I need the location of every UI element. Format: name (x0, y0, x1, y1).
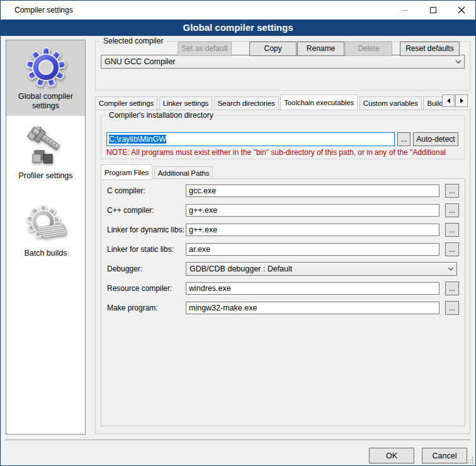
selected-compiler-group-label: Selected compiler (101, 37, 166, 45)
sidebar-item-label: Profiler settings (6, 170, 85, 186)
sidebar-item-batch-builds[interactable]: Batch builds (6, 197, 85, 263)
tab-scroll-right-button[interactable] (455, 94, 468, 107)
install-dir-selected-text: C:\raylib\MinGW (109, 135, 166, 144)
make-program-label: Make program: (107, 301, 158, 315)
close-icon (458, 6, 465, 14)
tab-search-directories[interactable]: Search directories (214, 96, 279, 110)
rename-button[interactable]: Rename (297, 42, 344, 56)
resize-grip[interactable] (467, 457, 473, 463)
minimize-button[interactable] (390, 1, 419, 20)
resource-compiler-label: Resource compiler: (107, 281, 172, 295)
auto-detect-button[interactable]: Auto-detect (413, 132, 458, 146)
resource-compiler-browse-button[interactable]: ... (445, 281, 459, 295)
blue-gear-icon (6, 44, 85, 91)
resource-compiler-row: Resource compiler: ... (101, 281, 465, 295)
cpp-compiler-input[interactable] (186, 204, 439, 217)
tab-program-files[interactable]: Program Files (101, 164, 152, 180)
sidebar-item-label: Batch builds (6, 247, 85, 263)
static-linker-browse-button[interactable]: ... (445, 242, 459, 256)
cpp-compiler-browse-button[interactable]: ... (445, 203, 459, 217)
chevron-down-icon (445, 267, 456, 271)
toolchain-executables-page: Compiler's installation directory C:\ray… (95, 110, 470, 434)
chevron-down-icon (453, 60, 464, 64)
delete-button: Delete (345, 42, 392, 56)
make-program-browse-button[interactable]: ... (445, 301, 459, 315)
debugger-select-value: GDB/CDB debugger : Default (186, 264, 445, 273)
selected-compiler-group: Selected compiler GNU GCC Compiler Set a… (95, 41, 470, 91)
bin-subdirectory-note: NOTE: All programs must exist either in … (106, 148, 463, 157)
make-program-input[interactable] (186, 302, 439, 314)
compiler-select-value: GNU GCC Compiler (101, 57, 453, 66)
tab-compiler-settings[interactable]: Compiler settings (95, 96, 157, 110)
title-bar: Compiler settings (1, 1, 475, 20)
tab-scroll-controls (441, 94, 468, 107)
copy-button[interactable]: Copy (249, 42, 297, 56)
tab-scroll-left-button[interactable] (442, 94, 455, 107)
footer-divider (6, 440, 470, 440)
maximize-icon (430, 7, 436, 13)
minimize-icon (402, 10, 408, 11)
debugger-label: Debugger: (107, 262, 142, 276)
cpp-compiler-label: C++ compiler: (107, 203, 154, 217)
window-title: Compiler settings (14, 6, 73, 14)
installation-directory-group-label: Compiler's installation directory (106, 111, 216, 120)
dynamic-linker-input[interactable] (186, 224, 439, 236)
static-linker-label: Linker for static libs: (107, 242, 174, 256)
tab-custom-variables[interactable]: Custom variables (360, 96, 422, 110)
cpp-compiler-row: C++ compiler: ... (101, 203, 465, 217)
tab-scroll-left-icon (447, 98, 450, 103)
debugger-select[interactable]: GDB/CDB debugger : Default (186, 262, 457, 276)
sidebar-item-profiler-settings[interactable]: Profiler settings (6, 120, 85, 186)
program-files-page: C compiler: ... C++ compiler: ... Linker… (101, 178, 465, 426)
dynamic-linker-row: Linker for dynamic libs: ... (101, 223, 465, 237)
page-title-banner: Global compiler settings (1, 20, 475, 36)
gray-gear-stack-icon (6, 201, 85, 247)
sidebar-item-global-compiler-settings[interactable]: Global compiler settings (6, 40, 85, 116)
reset-defaults-button[interactable]: Reset defaults (400, 42, 460, 56)
install-dir-input[interactable]: C:\raylib\MinGW (106, 132, 395, 146)
resource-compiler-input[interactable] (186, 282, 439, 295)
window-controls (390, 1, 475, 20)
static-linker-row: Linker for static libs: ... (101, 242, 465, 256)
caliper-icon (6, 123, 85, 170)
tab-linker-settings[interactable]: Linker settings (159, 96, 213, 110)
dynamic-linker-label: Linker for dynamic libs: (107, 223, 184, 237)
tab-build-options[interactable]: Build options (423, 96, 442, 110)
ok-button[interactable]: OK (369, 448, 414, 463)
compiler-settings-dialog: Compiler settings Global compiler settin… (0, 0, 476, 466)
cancel-button[interactable]: Cancel (422, 448, 467, 463)
close-button[interactable] (447, 1, 475, 20)
installation-directory-group: Compiler's installation directory C:\ray… (101, 115, 465, 159)
c-compiler-label: C compiler: (107, 184, 145, 198)
debugger-row: Debugger: GDB/CDB debugger : Default (101, 262, 465, 276)
c-compiler-row: C compiler: ... (101, 184, 465, 198)
settings-category-list: Global compiler settings (6, 40, 86, 435)
compiler-select[interactable]: GNU GCC Compiler (101, 55, 465, 69)
c-compiler-input[interactable] (186, 185, 439, 197)
sidebar-item-label: Global compiler settings (6, 91, 85, 116)
install-dir-browse-button[interactable]: ... (397, 132, 411, 146)
settings-tab-strip: Compiler settings Linker settings Search… (95, 94, 442, 110)
dynamic-linker-browse-button[interactable]: ... (445, 223, 459, 237)
set-as-default-button: Set as default (178, 42, 232, 56)
c-compiler-browse-button[interactable]: ... (445, 184, 459, 198)
static-linker-input[interactable] (186, 243, 439, 256)
tab-scroll-right-icon (460, 98, 463, 103)
tab-toolchain-executables[interactable]: Toolchain executables (280, 94, 358, 110)
make-program-row: Make program: ... (101, 301, 465, 315)
maximize-button[interactable] (419, 1, 447, 20)
